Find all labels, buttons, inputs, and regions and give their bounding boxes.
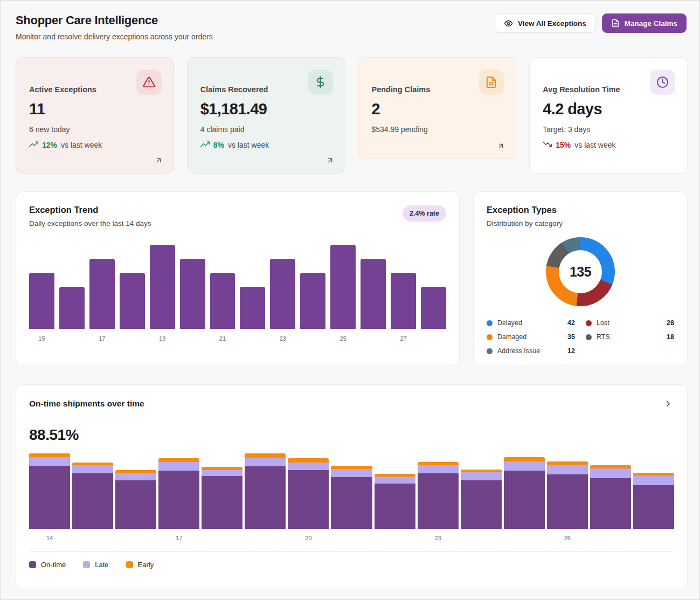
kpi-trend-pct: 8% bbox=[213, 141, 224, 149]
kpi-value: $1,181.49 bbox=[200, 100, 332, 118]
segment-late bbox=[288, 463, 329, 470]
trend-bar bbox=[391, 273, 416, 329]
ontime-card-title: On-time shipments over time bbox=[29, 399, 144, 409]
kpi-trend: 8% vs last week bbox=[200, 140, 332, 150]
kpi-subtext: 4 claims paid bbox=[200, 125, 332, 134]
view-all-exceptions-label: View All Exceptions bbox=[518, 19, 586, 27]
arrow-up-right-icon[interactable] bbox=[496, 141, 506, 151]
segment-on-time bbox=[633, 485, 674, 529]
page-title: Shopper Care Intelligence bbox=[16, 13, 213, 27]
exception-trend-subtitle: Daily exceptions over the last 14 days bbox=[29, 219, 446, 227]
stacked-bar bbox=[547, 453, 588, 529]
segment-early bbox=[288, 458, 329, 463]
arrow-up-right-icon[interactable] bbox=[154, 155, 164, 165]
segment-late bbox=[633, 475, 674, 485]
kpi-card-pending-claims[interactable]: Pending Claims 2 $534.99 pending bbox=[358, 57, 517, 159]
trend-bar bbox=[300, 273, 325, 329]
view-all-exceptions-button[interactable]: View All Exceptions bbox=[495, 13, 595, 33]
segment-early bbox=[504, 457, 545, 461]
segment-on-time bbox=[504, 471, 545, 529]
x-tick-label bbox=[633, 535, 674, 541]
segment-early bbox=[158, 458, 199, 462]
segment-on-time bbox=[288, 470, 329, 529]
x-tick-label: 27 bbox=[391, 335, 416, 342]
trending-up-icon bbox=[200, 140, 210, 150]
file-text-icon bbox=[479, 70, 504, 95]
kpi-row: Active Exceptions 11 6 new today 12% vs … bbox=[16, 57, 688, 174]
exception-trend-bars bbox=[29, 245, 446, 329]
stacked-bar bbox=[202, 453, 242, 529]
x-tick-label bbox=[504, 535, 545, 541]
legend-value: 42 bbox=[567, 319, 575, 327]
kpi-value: 4.2 days bbox=[543, 100, 674, 118]
legend-item: Damaged35 bbox=[487, 333, 575, 341]
stacked-bar bbox=[375, 453, 415, 529]
legend-dot bbox=[487, 320, 493, 326]
segment-late bbox=[375, 477, 415, 484]
x-tick-label bbox=[240, 335, 265, 342]
manage-claims-button[interactable]: Manage Claims bbox=[602, 13, 687, 33]
stacked-bar bbox=[29, 453, 70, 529]
segment-on-time bbox=[245, 466, 286, 529]
trend-bar bbox=[89, 259, 115, 329]
kpi-card-claims-recovered[interactable]: Claims Recovered $1,181.49 4 claims paid… bbox=[187, 57, 345, 174]
legend-item: Delayed42 bbox=[487, 319, 575, 327]
x-tick-label: 17 bbox=[158, 535, 199, 541]
exception-types-legend: Delayed42Lost28Damaged35RTS18Address Iss… bbox=[487, 319, 674, 355]
stacked-bar bbox=[418, 453, 459, 529]
trend-bar bbox=[270, 259, 295, 329]
segment-on-time bbox=[202, 476, 242, 529]
segment-on-time bbox=[29, 466, 70, 529]
legend-dot bbox=[586, 334, 592, 340]
segment-early bbox=[245, 453, 286, 458]
trend-bar bbox=[330, 245, 356, 329]
legend-value: 12 bbox=[567, 347, 575, 355]
x-tick-label bbox=[72, 535, 113, 541]
segment-on-time bbox=[158, 471, 199, 529]
legend-label: On-time bbox=[41, 561, 66, 569]
kpi-card-active-exceptions[interactable]: Active Exceptions 11 6 new today 12% vs … bbox=[16, 57, 174, 174]
legend-item: Early bbox=[126, 561, 154, 569]
legend-item: Lost28 bbox=[586, 319, 674, 327]
exception-trend-xaxis: 15171921232527 bbox=[29, 335, 446, 342]
x-tick-label: 19 bbox=[150, 335, 175, 342]
ontime-card-header: On-time shipments over time bbox=[29, 398, 674, 410]
x-tick-label bbox=[115, 535, 156, 541]
x-tick-label bbox=[331, 535, 372, 541]
legend-label: Address Issue bbox=[497, 347, 540, 355]
kpi-card-avg-resolution-time[interactable]: Avg Resolution Time 4.2 days Target: 3 d… bbox=[529, 57, 688, 174]
kpi-trend-pct: 12% bbox=[42, 141, 57, 149]
stacked-bar bbox=[504, 453, 545, 529]
segment-on-time bbox=[115, 480, 156, 529]
chevron-right-icon[interactable] bbox=[662, 398, 674, 410]
legend-dot bbox=[487, 348, 493, 354]
eye-icon bbox=[504, 19, 513, 28]
kpi-trend-pct: 15% bbox=[556, 141, 571, 149]
ontime-shipments-card: On-time shipments over time 88.51% 14172… bbox=[16, 384, 688, 589]
arrow-up-right-icon[interactable] bbox=[325, 155, 335, 165]
legend-divider bbox=[29, 551, 674, 552]
segment-late bbox=[418, 465, 459, 473]
donut-center-total: 135 bbox=[559, 250, 602, 293]
x-tick-label: 26 bbox=[547, 535, 588, 541]
trend-bar bbox=[59, 287, 85, 329]
legend-dot bbox=[487, 334, 493, 340]
x-tick-label: 14 bbox=[29, 535, 70, 541]
trend-bar bbox=[120, 273, 145, 329]
legend-swatch bbox=[29, 561, 36, 568]
stacked-bar bbox=[72, 453, 113, 529]
legend-value: 28 bbox=[667, 319, 674, 327]
segment-on-time bbox=[72, 473, 113, 529]
segment-late bbox=[245, 458, 286, 466]
page-subtitle: Monitor and resolve delivery exceptions … bbox=[16, 32, 213, 41]
kpi-subtext: $534.99 pending bbox=[372, 125, 503, 134]
segment-on-time bbox=[547, 474, 588, 529]
x-tick-label bbox=[300, 335, 325, 342]
x-tick-label: 17 bbox=[89, 335, 115, 342]
x-tick-label bbox=[245, 535, 286, 541]
header-actions: View All Exceptions Manage Claims bbox=[495, 13, 688, 33]
segment-early bbox=[29, 453, 70, 457]
x-tick-label bbox=[421, 335, 446, 342]
x-tick-label: 23 bbox=[418, 535, 459, 541]
exception-trend-title: Exception Trend bbox=[29, 205, 446, 215]
